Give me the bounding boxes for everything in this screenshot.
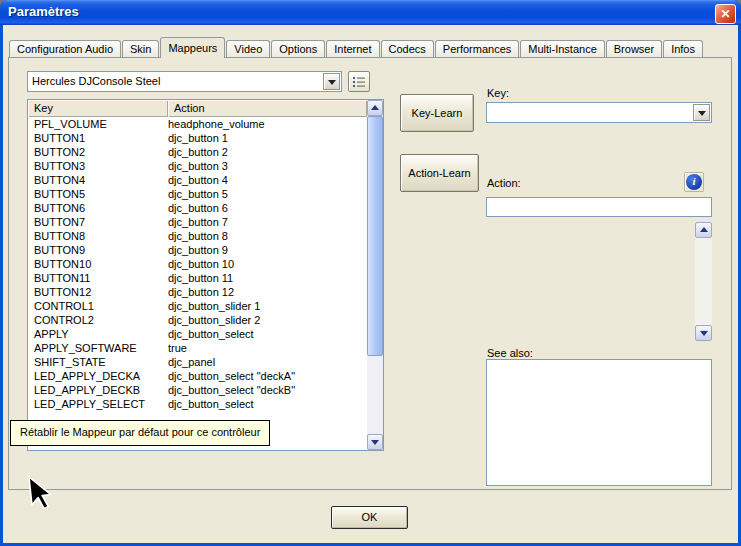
tab-internet[interactable]: Internet bbox=[326, 40, 379, 57]
mapper-key-cell: BUTTON2 bbox=[28, 145, 168, 159]
see-also-label: See also: bbox=[487, 347, 533, 359]
mapper-row[interactable]: BUTTON2djc_button 2 bbox=[28, 145, 367, 159]
mapper-action-cell: djc_button 9 bbox=[168, 243, 367, 257]
mapper-action-cell: djc_button 11 bbox=[168, 271, 367, 285]
mapper-key-cell: SHIFT_STATE bbox=[28, 355, 168, 369]
parametres-dialog: Paramètres ✕ Configuration AudioSkinMapp… bbox=[0, 0, 741, 546]
scrollbar-thumb[interactable] bbox=[367, 116, 383, 356]
tab-codecs[interactable]: Codecs bbox=[381, 40, 434, 57]
mapping-list-header: Key Action bbox=[28, 100, 367, 117]
mapper-key-cell: BUTTON8 bbox=[28, 229, 168, 243]
mapper-row[interactable]: APPLYdjc_button_select bbox=[28, 327, 367, 341]
see-also-list[interactable] bbox=[486, 359, 712, 486]
close-button[interactable]: ✕ bbox=[715, 4, 736, 24]
mapper-action-cell: djc_button 3 bbox=[168, 159, 367, 173]
action-input[interactable] bbox=[486, 197, 712, 217]
scroll-up-button[interactable] bbox=[695, 222, 712, 238]
ok-button[interactable]: OK bbox=[331, 506, 408, 529]
key-learn-button[interactable]: Key-Learn bbox=[400, 94, 474, 132]
tab-options[interactable]: Options bbox=[271, 40, 325, 57]
action-learn-button[interactable]: Action-Learn bbox=[400, 154, 479, 192]
mapper-row[interactable]: BUTTON10djc_button 10 bbox=[28, 257, 367, 271]
tab-configuration-audio[interactable]: Configuration Audio bbox=[9, 40, 121, 57]
mapper-row[interactable]: PFL_VOLUMEheadphone_volume bbox=[28, 117, 367, 131]
controller-select-value: Hercules DJConsole Steel bbox=[32, 74, 321, 89]
action-info-button[interactable]: i bbox=[684, 172, 704, 192]
tab-multi-instance[interactable]: Multi-Instance bbox=[520, 40, 604, 57]
mapper-action-cell: true bbox=[168, 341, 367, 355]
mapper-action-cell: djc_button 2 bbox=[168, 145, 367, 159]
key-select[interactable] bbox=[486, 102, 712, 123]
tooltip: Rétablir le Mappeur par défaut pour ce c… bbox=[10, 420, 270, 446]
mapper-rows: PFL_VOLUMEheadphone_volumeBUTTON1djc_but… bbox=[28, 117, 367, 450]
mapper-key-cell: BUTTON4 bbox=[28, 173, 168, 187]
column-header-key[interactable]: Key bbox=[28, 100, 168, 117]
tab-strip: Configuration AudioSkinMappeursVideoOpti… bbox=[9, 37, 704, 57]
column-header-action[interactable]: Action bbox=[168, 100, 367, 117]
mapper-row[interactable]: BUTTON8djc_button 8 bbox=[28, 229, 367, 243]
mapper-key-cell: APPLY_SOFTWARE bbox=[28, 341, 168, 355]
mapper-action-cell: djc_button_select bbox=[168, 327, 367, 341]
mapper-row[interactable]: BUTTON6djc_button 6 bbox=[28, 201, 367, 215]
mapper-action-cell: djc_button 1 bbox=[168, 131, 367, 145]
mapper-key-cell: LED_APPLY_DECKA bbox=[28, 369, 168, 383]
arrow-up-icon bbox=[700, 227, 708, 232]
mapper-row[interactable]: BUTTON9djc_button 9 bbox=[28, 243, 367, 257]
mapper-row[interactable]: CONTROL1djc_button_slider 1 bbox=[28, 299, 367, 313]
mapping-list: Key Action PFL_VOLUMEheadphone_volumeBUT… bbox=[27, 99, 384, 451]
tab-skin[interactable]: Skin bbox=[122, 40, 159, 57]
tab-browser[interactable]: Browser bbox=[606, 40, 662, 57]
mapper-row[interactable]: BUTTON4djc_button 4 bbox=[28, 173, 367, 187]
tab-performances[interactable]: Performances bbox=[435, 40, 519, 57]
mapper-row[interactable]: LED_APPLY_DECKAdjc_button_select "deckA" bbox=[28, 369, 367, 383]
controller-select[interactable]: Hercules DJConsole Steel bbox=[27, 71, 342, 92]
mapper-row[interactable]: APPLY_SOFTWAREtrue bbox=[28, 341, 367, 355]
mapper-action-cell: djc_button 7 bbox=[168, 215, 367, 229]
mapper-row[interactable]: LED_APPLY_DECKBdjc_button_select "deckB" bbox=[28, 383, 367, 397]
mapper-action-cell: djc_button_select bbox=[168, 397, 367, 411]
key-select-dropdown-button[interactable] bbox=[693, 104, 710, 121]
scroll-down-button[interactable] bbox=[695, 325, 712, 341]
mapper-action-cell: djc_button_select "deckA" bbox=[168, 369, 367, 383]
mapper-list-options-button[interactable] bbox=[348, 71, 370, 92]
mapper-key-cell: BUTTON5 bbox=[28, 187, 168, 201]
arrow-up-icon bbox=[371, 105, 379, 110]
mapper-key-cell: LED_APPLY_DECKB bbox=[28, 383, 168, 397]
mapper-row[interactable]: BUTTON7djc_button 7 bbox=[28, 215, 367, 229]
dialog-client-area: Configuration AudioSkinMappeursVideoOpti… bbox=[3, 25, 738, 543]
list-icon bbox=[351, 76, 367, 93]
mapper-action-cell: djc_button_slider 1 bbox=[168, 299, 367, 313]
tab-infos[interactable]: Infos bbox=[663, 40, 703, 57]
mapper-row[interactable]: SHIFT_STATEdjc_panel bbox=[28, 355, 367, 369]
mapper-row[interactable]: BUTTON12djc_button 12 bbox=[28, 285, 367, 299]
scroll-down-button[interactable] bbox=[367, 434, 383, 450]
action-list-scrollbar[interactable] bbox=[695, 222, 712, 341]
title-bar[interactable]: Paramètres ✕ bbox=[0, 0, 741, 25]
mapper-action-cell: djc_button 6 bbox=[168, 201, 367, 215]
mapper-row[interactable]: LED_APPLY_SELECTdjc_button_select bbox=[28, 397, 367, 411]
mapper-row[interactable]: BUTTON1djc_button 1 bbox=[28, 131, 367, 145]
window-title: Paramètres bbox=[8, 4, 79, 19]
tab-mappeurs[interactable]: Mappeurs bbox=[160, 37, 225, 58]
mapper-key-cell: APPLY bbox=[28, 327, 168, 341]
action-label: Action: bbox=[487, 177, 521, 189]
mapper-action-cell: headphone_volume bbox=[168, 117, 367, 131]
tab-video[interactable]: Video bbox=[226, 40, 270, 57]
mapper-key-cell: BUTTON11 bbox=[28, 271, 168, 285]
mapper-row[interactable]: BUTTON11djc_button 11 bbox=[28, 271, 367, 285]
mapper-action-cell: djc_button 5 bbox=[168, 187, 367, 201]
key-label: Key: bbox=[487, 87, 509, 99]
mapper-key-cell: PFL_VOLUME bbox=[28, 117, 168, 131]
mapper-key-cell: CONTROL1 bbox=[28, 299, 168, 313]
mapping-list-scrollbar[interactable] bbox=[367, 100, 383, 450]
scroll-up-button[interactable] bbox=[367, 100, 383, 116]
controller-select-dropdown-button[interactable] bbox=[323, 73, 340, 90]
mapper-key-cell: BUTTON1 bbox=[28, 131, 168, 145]
mapper-row[interactable]: CONTROL2djc_button_slider 2 bbox=[28, 313, 367, 327]
info-icon: i bbox=[686, 174, 702, 190]
arrow-down-icon bbox=[700, 331, 708, 336]
mapper-row[interactable]: BUTTON5djc_button 5 bbox=[28, 187, 367, 201]
mapper-row[interactable]: BUTTON3djc_button 3 bbox=[28, 159, 367, 173]
mapper-action-cell: djc_button_slider 2 bbox=[168, 313, 367, 327]
close-icon: ✕ bbox=[720, 7, 730, 21]
